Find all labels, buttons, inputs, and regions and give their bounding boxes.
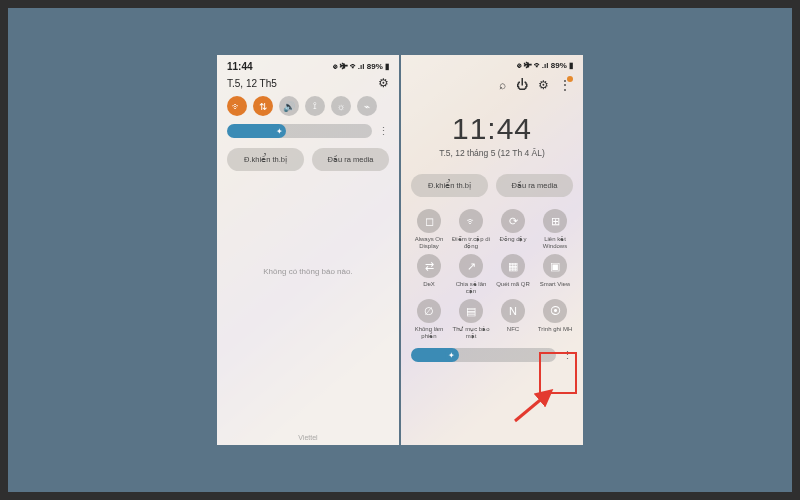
qs-tile-icon: ∅ xyxy=(417,299,441,323)
more-icon[interactable]: ⋮ xyxy=(378,125,389,138)
slider-track[interactable] xyxy=(411,348,556,362)
qs-tile[interactable]: ⟳Đồng dậy xyxy=(493,209,533,250)
qs-tile-label: Trình ghi MH xyxy=(538,326,572,340)
qs-tile-label: Không làm phiền xyxy=(409,326,449,340)
status-bar: 11:44 ⊘ ✈ ᯤ.ıl 89% ▮ xyxy=(217,55,399,74)
status-indicators: ⊘ ✈ ᯤ.ıl 89% ▮ xyxy=(333,62,389,71)
qs-tile-icon: ⊞ xyxy=(543,209,567,233)
slider-track[interactable] xyxy=(227,124,372,138)
quick-settings-grid: ◻Always On DisplayᯤĐiểm tr.cập di động⟳Đ… xyxy=(401,203,583,344)
no-notifications-text: Không có thông báo nào. xyxy=(217,267,399,276)
quick-toggle-row: ᯤ ⇅ 🔊 ⟟ ☼ ⌁ xyxy=(217,92,399,120)
qs-tile-icon: ⟳ xyxy=(501,209,525,233)
qs-tile-label: Thư mục bảo mật xyxy=(451,326,491,340)
qs-tile-icon: ⦿ xyxy=(543,299,567,323)
qs-tile[interactable]: ⊞Liên kết Windows xyxy=(535,209,575,250)
quick-panel-date: T.5, 12 Th5 xyxy=(227,78,277,89)
media-output-button[interactable]: Đầu ra media xyxy=(496,174,573,197)
power-icon[interactable]: ⏻ xyxy=(516,78,528,92)
slider-thumb-icon[interactable] xyxy=(272,124,286,138)
qs-tile-label: Always On Display xyxy=(409,236,449,250)
qs-tile-icon: ▦ xyxy=(501,254,525,278)
location-toggle[interactable]: ⟟ xyxy=(305,96,325,116)
qs-tile[interactable]: ↗Chia sẻ lân cận xyxy=(451,254,491,295)
qs-tile-label: Điểm tr.cập di động xyxy=(451,236,491,250)
qs-tile-icon: ◻ xyxy=(417,209,441,233)
qs-tile-label: NFC xyxy=(507,326,519,340)
search-icon[interactable]: ⌕ xyxy=(499,78,506,92)
status-indicators: ⊘ ✈ ᯤ.ıl 89% ▮ xyxy=(517,61,573,70)
qs-tile[interactable]: ∅Không làm phiền xyxy=(409,299,449,340)
qs-tile-icon: N xyxy=(501,299,525,323)
brightness-toggle[interactable]: ☼ xyxy=(331,96,351,116)
slider-thumb-icon[interactable] xyxy=(445,348,459,362)
more-icon[interactable]: ⋮ xyxy=(562,349,573,362)
qs-tile-icon: ▤ xyxy=(459,299,483,323)
flashlight-toggle[interactable]: ⌁ xyxy=(357,96,377,116)
phone-right: ⊘ ✈ ᯤ.ıl 89% ▮ ⌕ ⏻ ⚙ ⋮ 11:44 T.5, 12 thá… xyxy=(401,55,583,445)
qs-tile[interactable]: ▣Smart View xyxy=(535,254,575,295)
qs-tile[interactable]: ᯤĐiểm tr.cập di động xyxy=(451,209,491,250)
qs-tile-label: DeX xyxy=(423,281,435,295)
qs-tile-icon: ⇄ xyxy=(417,254,441,278)
stage: 11:44 ⊘ ✈ ᯤ.ıl 89% ▮ T.5, 12 Th5 ⚙ ᯤ ⇅ 🔊… xyxy=(8,8,792,492)
qs-tile-label: Chia sẻ lân cận xyxy=(451,281,491,295)
settings-icon[interactable]: ⚙ xyxy=(538,78,549,92)
device-control-button[interactable]: Đ.khiển th.bị xyxy=(227,148,304,171)
qs-tile-icon: ▣ xyxy=(543,254,567,278)
status-bar: ⊘ ✈ ᯤ.ıl 89% ▮ xyxy=(401,55,583,72)
settings-icon[interactable]: ⚙ xyxy=(378,76,389,90)
clock-block: 11:44 T.5, 12 tháng 5 (12 Th 4 ÂL) xyxy=(401,112,583,158)
more-icon[interactable]: ⋮ xyxy=(559,78,571,92)
brightness-slider[interactable]: ⋮ xyxy=(401,344,583,366)
qs-tile-label: Đồng dậy xyxy=(499,236,526,250)
brightness-slider[interactable]: ⋮ xyxy=(217,120,399,142)
device-control-button[interactable]: Đ.khiển th.bị xyxy=(411,174,488,197)
qs-tile[interactable]: ◻Always On Display xyxy=(409,209,449,250)
qs-tile-label: Liên kết Windows xyxy=(535,236,575,250)
sound-toggle[interactable]: 🔊 xyxy=(279,96,299,116)
qs-tile[interactable]: ⦿Trình ghi MH xyxy=(535,299,575,340)
qs-tile-icon: ↗ xyxy=(459,254,483,278)
carrier-label: Viettel xyxy=(217,434,399,441)
wifi-toggle[interactable]: ᯤ xyxy=(227,96,247,116)
qs-tile[interactable]: ▦Quét mã QR xyxy=(493,254,533,295)
chip-row: Đ.khiển th.bị Đầu ra media xyxy=(401,168,583,203)
clock-date: T.5, 12 tháng 5 (12 Th 4 ÂL) xyxy=(401,148,583,158)
qs-tile[interactable]: ▤Thư mục bảo mật xyxy=(451,299,491,340)
qs-tile[interactable]: ⇄DeX xyxy=(409,254,449,295)
status-time: 11:44 xyxy=(227,61,253,72)
phone-left: 11:44 ⊘ ✈ ᯤ.ıl 89% ▮ T.5, 12 Th5 ⚙ ᯤ ⇅ 🔊… xyxy=(217,55,399,445)
expanded-top-icons: ⌕ ⏻ ⚙ ⋮ xyxy=(401,72,583,98)
qs-tile-icon: ᯤ xyxy=(459,209,483,233)
qs-tile-label: Quét mã QR xyxy=(496,281,530,295)
qs-tile-label: Smart View xyxy=(540,281,571,295)
chip-row: Đ.khiển th.bị Đầu ra media xyxy=(217,142,399,177)
media-output-button[interactable]: Đầu ra media xyxy=(312,148,389,171)
clock-time: 11:44 xyxy=(401,112,583,146)
data-toggle[interactable]: ⇅ xyxy=(253,96,273,116)
quick-panel-header: T.5, 12 Th5 ⚙ xyxy=(217,74,399,92)
qs-tile[interactable]: NNFC xyxy=(493,299,533,340)
